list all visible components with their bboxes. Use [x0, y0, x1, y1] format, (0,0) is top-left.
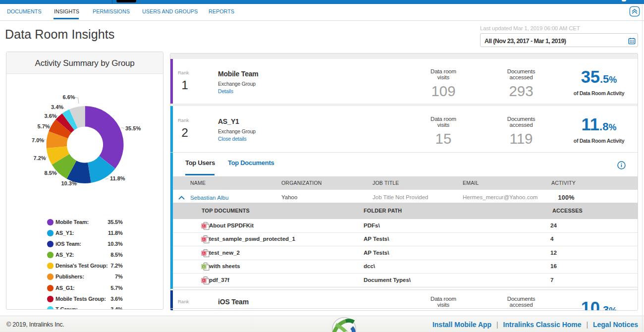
svg-text:5.7%: 5.7% — [38, 123, 50, 129]
svg-text:11.8%: 11.8% — [110, 175, 125, 181]
svg-text:3.6%: 3.6% — [45, 113, 57, 119]
svg-text:7.0%: 7.0% — [32, 137, 44, 143]
svg-text:7.2%: 7.2% — [34, 155, 46, 161]
svg-text:35.5%: 35.5% — [125, 125, 141, 131]
svg-text:3.4%: 3.4% — [51, 104, 63, 110]
svg-text:8.5%: 8.5% — [45, 170, 57, 176]
svg-text:6.6%: 6.6% — [63, 94, 75, 100]
svg-text:10.3%: 10.3% — [61, 180, 77, 186]
